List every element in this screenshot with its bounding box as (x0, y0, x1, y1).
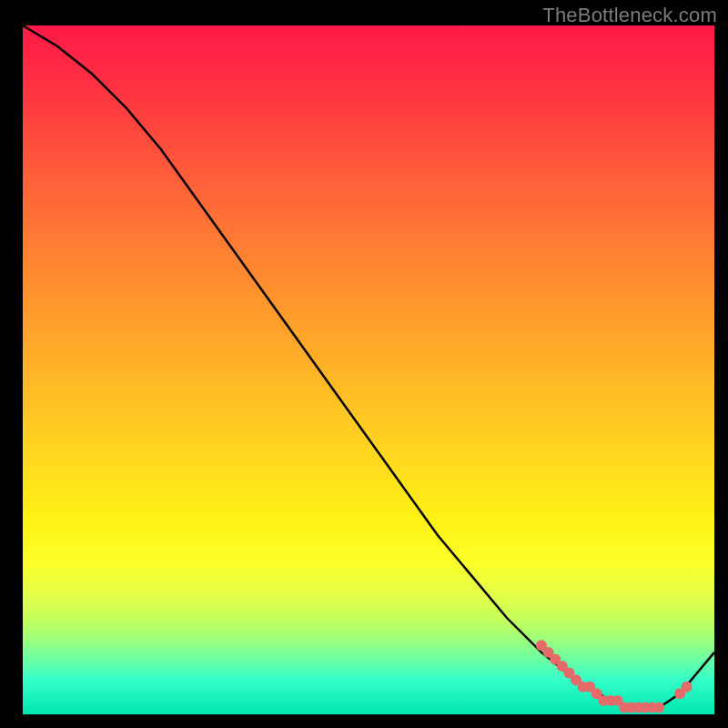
plot-area (23, 25, 714, 714)
chart-svg (23, 25, 714, 714)
highlight-dot (653, 702, 664, 713)
watermark-text: TheBottleneck.com (542, 4, 717, 27)
highlight-dot (682, 682, 693, 693)
chart-stage: TheBottleneck.com (0, 0, 728, 728)
bottleneck-curve (23, 25, 714, 707)
